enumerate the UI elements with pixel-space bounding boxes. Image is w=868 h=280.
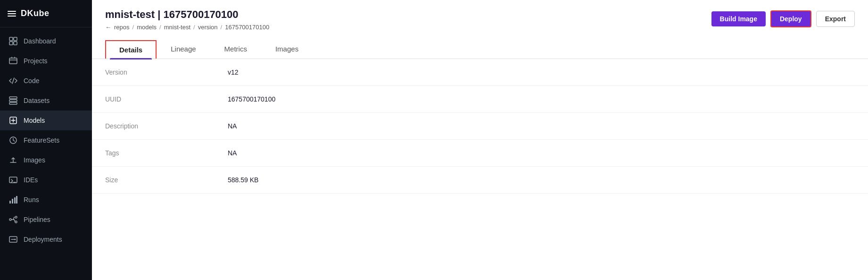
sidebar-nav: Dashboard Projects Code xyxy=(0,27,92,280)
svg-rect-2 xyxy=(9,42,13,45)
breadcrumb-models[interactable]: models xyxy=(137,24,157,31)
featuresets-icon xyxy=(8,136,18,145)
ides-icon xyxy=(8,175,18,185)
sidebar-item-dashboard[interactable]: Dashboard xyxy=(0,31,92,51)
sidebar-item-label: Code xyxy=(24,77,39,85)
sidebar-item-label: Models xyxy=(24,117,45,124)
svg-rect-3 xyxy=(14,42,17,45)
svg-rect-1 xyxy=(14,37,17,41)
svg-rect-5 xyxy=(9,97,17,99)
sidebar-item-label: Datasets xyxy=(24,97,50,104)
details-table: Version v12 UUID 1675700170100 Descripti… xyxy=(92,59,868,194)
breadcrumb-version[interactable]: version xyxy=(198,24,218,31)
sidebar-item-featuresets[interactable]: FeatureSets xyxy=(0,130,92,150)
tab-lineage[interactable]: Lineage xyxy=(157,39,210,59)
tab-metrics[interactable]: Metrics xyxy=(210,39,261,59)
tab-images[interactable]: Images xyxy=(261,39,313,59)
table-row: Tags NA xyxy=(92,140,868,167)
page-title: mnist-test | 1675700170100 xyxy=(105,8,269,21)
sidebar-item-label: FeatureSets xyxy=(24,136,59,144)
dashboard-icon xyxy=(8,36,18,46)
deployments-icon xyxy=(8,235,18,244)
runs-icon xyxy=(8,195,18,204)
sidebar-item-images[interactable]: Images xyxy=(0,150,92,170)
detail-value: 1675700170100 xyxy=(215,86,868,113)
detail-value: 588.59 KB xyxy=(215,167,868,194)
sidebar-item-label: Pipelines xyxy=(24,216,50,223)
header-title-section: mnist-test | 1675700170100 ← repos / mod… xyxy=(105,8,269,37)
sidebar-item-deployments[interactable]: Deployments xyxy=(0,229,92,249)
sidebar: DKube Dashboard xyxy=(0,0,92,280)
breadcrumb: ← repos / models / mnist-test / version … xyxy=(105,24,269,31)
tabs: Details Lineage Metrics Images xyxy=(105,39,855,59)
models-icon xyxy=(8,116,18,125)
main-content: mnist-test | 1675700170100 ← repos / mod… xyxy=(92,0,868,280)
sidebar-item-label: Dashboard xyxy=(24,37,56,45)
detail-label: Description xyxy=(92,113,215,140)
sidebar-item-label: Runs xyxy=(24,196,39,204)
header-top: mnist-test | 1675700170100 ← repos / mod… xyxy=(105,8,855,37)
breadcrumb-mnist-test[interactable]: mnist-test xyxy=(164,24,190,31)
svg-rect-4 xyxy=(9,58,17,64)
sidebar-item-projects[interactable]: Projects xyxy=(0,51,92,71)
svg-rect-14 xyxy=(16,196,17,204)
content-area: Version v12 UUID 1675700170100 Descripti… xyxy=(92,59,868,280)
detail-label: UUID xyxy=(92,86,215,113)
build-image-button[interactable]: Build Image xyxy=(711,11,766,26)
sidebar-item-label: Images xyxy=(24,156,45,164)
svg-point-16 xyxy=(15,216,17,218)
code-icon xyxy=(8,76,18,85)
detail-value: NA xyxy=(215,140,868,167)
header-actions: Build Image Deploy Export xyxy=(711,8,855,27)
svg-point-19 xyxy=(15,239,16,240)
breadcrumb-repos[interactable]: repos xyxy=(114,24,130,31)
sidebar-item-label: IDEs xyxy=(24,176,38,184)
sidebar-item-runs[interactable]: Runs xyxy=(0,190,92,210)
breadcrumb-arrow[interactable]: ← xyxy=(105,24,111,31)
svg-rect-10 xyxy=(9,177,17,183)
detail-label: Size xyxy=(92,167,215,194)
svg-rect-0 xyxy=(9,37,13,41)
export-button[interactable]: Export xyxy=(816,11,855,27)
svg-rect-7 xyxy=(9,102,17,104)
pipelines-icon xyxy=(8,215,18,224)
app-name: DKube xyxy=(21,8,50,18)
sidebar-item-label: Projects xyxy=(24,57,48,65)
sidebar-item-models[interactable]: Models xyxy=(0,110,92,130)
sidebar-logo[interactable]: DKube xyxy=(0,0,92,27)
detail-label: Tags xyxy=(92,140,215,167)
table-row: Size 588.59 KB xyxy=(92,167,868,194)
sidebar-item-code[interactable]: Code xyxy=(0,71,92,91)
tab-details[interactable]: Details xyxy=(105,40,157,59)
svg-rect-11 xyxy=(9,201,11,204)
svg-rect-6 xyxy=(9,100,17,102)
sidebar-item-label: Deployments xyxy=(24,236,62,243)
datasets-icon xyxy=(8,96,18,105)
sidebar-item-datasets[interactable]: Datasets xyxy=(0,91,92,110)
projects-icon xyxy=(8,56,18,66)
detail-value: v12 xyxy=(215,59,868,86)
table-row: UUID 1675700170100 xyxy=(92,86,868,113)
images-icon xyxy=(8,155,18,165)
breadcrumb-current: 1675700170100 xyxy=(225,24,269,31)
detail-label: Version xyxy=(92,59,215,86)
deploy-button[interactable]: Deploy xyxy=(770,10,811,27)
sidebar-item-ides[interactable]: IDEs xyxy=(0,170,92,190)
sidebar-item-pipelines[interactable]: Pipelines xyxy=(0,210,92,229)
svg-rect-13 xyxy=(14,197,16,204)
table-row: Version v12 xyxy=(92,59,868,86)
hamburger-menu-icon[interactable] xyxy=(8,11,16,17)
header: mnist-test | 1675700170100 ← repos / mod… xyxy=(92,0,868,59)
detail-value: NA xyxy=(215,113,868,140)
table-row: Description NA xyxy=(92,113,868,140)
svg-rect-12 xyxy=(12,199,13,204)
